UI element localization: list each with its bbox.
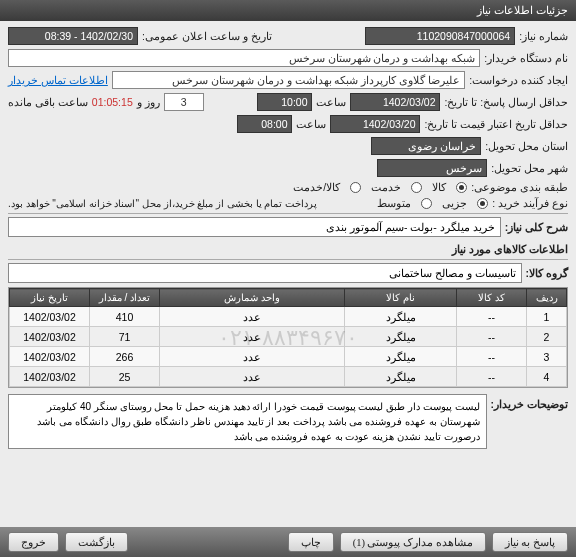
label-group: گروه کالا: — [526, 267, 568, 279]
link-contact-info[interactable]: اطلاعات تماس خریدار — [8, 74, 108, 86]
cell-idx: 4 — [527, 367, 567, 387]
label-summary: شرح کلی نیاز: — [505, 221, 568, 233]
label-payment-note: پرداخت تمام یا بخشی از مبلغ خرید،از محل … — [8, 198, 317, 209]
label-low: جزیی — [442, 197, 467, 209]
field-city: سرخس — [377, 159, 487, 177]
field-price-time: 08:00 — [237, 115, 292, 133]
field-province: خراسان رضوی — [371, 137, 481, 155]
radio-goods-service[interactable] — [350, 182, 361, 193]
btn-respond[interactable]: پاسخ به نیاز — [492, 532, 568, 552]
field-group: تاسیسات و مصالح ساختمانی — [8, 263, 522, 283]
cell-code: -- — [457, 327, 527, 347]
field-response-time: 10:00 — [257, 93, 312, 111]
cell-unit: عدد — [160, 307, 345, 327]
btn-attachments[interactable]: مشاهده مدارک پیوستی (1) — [340, 532, 486, 552]
radio-low[interactable] — [477, 198, 488, 209]
items-table: ردیف کد کالا نام کالا واحد شمارش تعداد /… — [9, 288, 567, 387]
label-days: روز و — [137, 96, 160, 108]
field-days: 3 — [164, 93, 204, 111]
cell-idx: 1 — [527, 307, 567, 327]
label-buyer-device: نام دستگاه خریدار: — [484, 52, 568, 64]
cell-date: 1402/03/02 — [10, 367, 90, 387]
label-category: طبقه بندی موضوعی: — [471, 181, 568, 193]
table-row[interactable]: 3--میلگردعدد2661402/03/02 — [10, 347, 567, 367]
cell-code: -- — [457, 347, 527, 367]
field-announce: 1402/02/30 - 08:39 — [8, 27, 138, 45]
field-creator: علیرضا گلاوی کارپرداز شبکه بهداشت و درما… — [112, 71, 465, 89]
radio-medium[interactable] — [421, 198, 432, 209]
th-code[interactable]: کد کالا — [457, 289, 527, 307]
cell-name: میلگرد — [345, 367, 457, 387]
th-qty[interactable]: تعداد / مقدار — [90, 289, 160, 307]
section-items-info: اطلاعات کالاهای مورد نیاز — [8, 243, 568, 256]
label-response-deadline: حداقل ارسال پاسخ: تا تاریخ: — [444, 96, 568, 108]
radio-goods[interactable] — [456, 182, 467, 193]
label-time-1: ساعت — [316, 96, 346, 108]
cell-unit: عدد — [160, 327, 345, 347]
cell-idx: 2 — [527, 327, 567, 347]
field-need-no: 1102090847000064 — [365, 27, 515, 45]
th-unit[interactable]: واحد شمارش — [160, 289, 345, 307]
items-table-wrap: ۰۲۱-۸۸۳۴۹۶۷۰ ردیف کد کالا نام کالا واحد … — [8, 287, 568, 388]
cell-qty: 71 — [90, 327, 160, 347]
field-buyer-notes: لیست پیوست دار طبق لیست پیوست قیمت خودرا… — [8, 394, 487, 449]
label-announce: تاریخ و ساعت اعلان عمومی: — [142, 30, 272, 42]
label-time-2: ساعت — [296, 118, 326, 130]
label-process: نوع فرآیند خرید : — [492, 197, 568, 209]
field-summary: خرید میلگرد -بولت -سیم آلموتور بندی — [8, 217, 501, 237]
label-service: خدمت — [371, 181, 401, 193]
btn-exit[interactable]: خروج — [8, 532, 59, 552]
label-medium: متوسط — [377, 197, 411, 209]
label-goods: کالا — [432, 181, 446, 193]
cell-idx: 3 — [527, 347, 567, 367]
cell-name: میلگرد — [345, 347, 457, 367]
th-date[interactable]: تاریخ نیاز — [10, 289, 90, 307]
field-buyer-device: شبکه بهداشت و درمان شهرستان سرخس — [8, 49, 480, 67]
th-name[interactable]: نام کالا — [345, 289, 457, 307]
cell-code: -- — [457, 367, 527, 387]
label-creator: ایجاد کننده درخواست: — [469, 74, 568, 86]
cell-qty: 410 — [90, 307, 160, 327]
cell-code: -- — [457, 307, 527, 327]
label-buyer-notes: توضیحات خریدار: — [491, 394, 568, 410]
cell-unit: عدد — [160, 367, 345, 387]
radio-service[interactable] — [411, 182, 422, 193]
label-price-validity: حداقل تاریخ اعتبار قیمت تا تاریخ: — [424, 118, 568, 130]
cell-name: میلگرد — [345, 307, 457, 327]
radio-group-process: جزیی متوسط — [377, 197, 488, 209]
label-city: شهر محل تحویل: — [491, 162, 568, 174]
label-province: استان محل تحویل: — [485, 140, 568, 152]
footer-toolbar: پاسخ به نیاز مشاهده مدارک پیوستی (1) چاپ… — [0, 527, 576, 557]
table-row[interactable]: 2--میلگردعدد711402/03/02 — [10, 327, 567, 347]
table-row[interactable]: 1--میلگردعدد4101402/03/02 — [10, 307, 567, 327]
cell-qty: 25 — [90, 367, 160, 387]
window-titlebar: جزئیات اطلاعات نیاز — [0, 0, 576, 21]
th-idx[interactable]: ردیف — [527, 289, 567, 307]
cell-date: 1402/03/02 — [10, 347, 90, 367]
countdown-timer: 01:05:15 — [92, 96, 133, 108]
label-remaining: ساعت باقی مانده — [8, 96, 88, 108]
cell-qty: 266 — [90, 347, 160, 367]
cell-date: 1402/03/02 — [10, 307, 90, 327]
radio-group-category: کالا خدمت کالا/خدمت — [293, 181, 467, 193]
field-response-date: 1402/03/02 — [350, 93, 440, 111]
cell-unit: عدد — [160, 347, 345, 367]
label-goods-service: کالا/خدمت — [293, 181, 340, 193]
cell-name: میلگرد — [345, 327, 457, 347]
btn-back[interactable]: بازگشت — [65, 532, 128, 552]
btn-print[interactable]: چاپ — [288, 532, 334, 552]
label-need-no: شماره نیاز: — [519, 30, 568, 42]
field-price-date: 1402/03/20 — [330, 115, 420, 133]
cell-date: 1402/03/02 — [10, 327, 90, 347]
table-row[interactable]: 4--میلگردعدد251402/03/02 — [10, 367, 567, 387]
